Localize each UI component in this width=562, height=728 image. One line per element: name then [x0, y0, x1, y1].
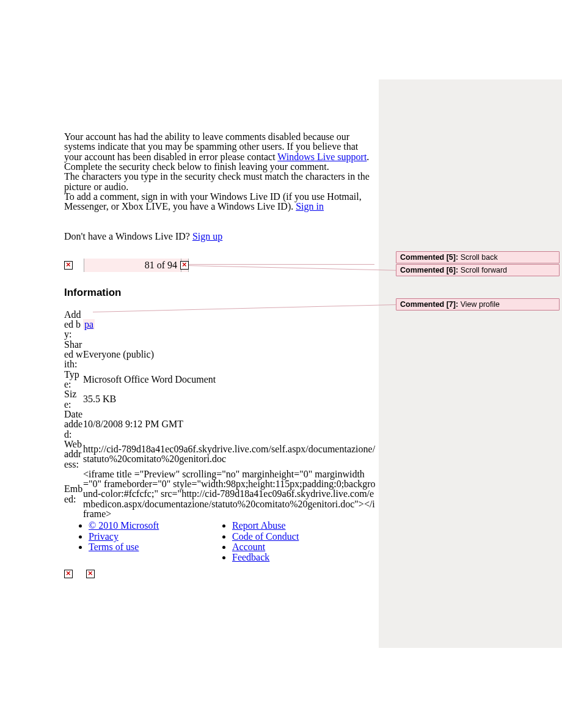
- size-value: 35.5 KB: [83, 389, 376, 410]
- comment-bubble-7[interactable]: Commented [7]: View profile: [396, 298, 560, 311]
- footer-account-link[interactable]: Account: [232, 542, 265, 552]
- comment-sidebar: [379, 79, 562, 648]
- footer-links: © 2010 Microsoft Privacy Terms of use Re…: [64, 520, 376, 562]
- shared-with-value: Everyone (public): [83, 340, 376, 370]
- scroll-back-icon[interactable]: [64, 261, 73, 270]
- type-value: Microsoft Office Word Document: [83, 370, 376, 390]
- footer-terms-link[interactable]: Terms of use: [89, 542, 139, 552]
- footer-feedback-link[interactable]: Feedback: [232, 552, 269, 562]
- pager-counter-box: 81 of 94: [84, 259, 181, 272]
- comment-bubble-5[interactable]: Commented [5]: Scroll back: [396, 251, 560, 263]
- embed-value: <iframe title ="Preview" scrolling="no" …: [83, 469, 376, 520]
- date-added-label: Date added:: [64, 410, 83, 439]
- notice-complete-check: Complete the security check below to fin…: [64, 162, 376, 172]
- footer-conduct-link[interactable]: Code of Conduct: [232, 531, 299, 542]
- comment-label: Commented [6]:: [400, 266, 458, 274]
- footer-copyright-link[interactable]: © 2010 Microsoft: [89, 520, 159, 531]
- info-table: Added by: pa Shared with: Everyone (publ…: [64, 310, 376, 520]
- comment-text: Scroll forward: [458, 266, 507, 274]
- signup-link[interactable]: Sign up: [192, 231, 222, 241]
- added-by-label: Added by:: [64, 310, 83, 340]
- comment-label: Commented [7]:: [400, 300, 458, 309]
- information-heading: Information: [64, 287, 376, 299]
- web-address-label: Web address:: [64, 439, 83, 469]
- notice-paragraph: Your account has had the ability to leav…: [64, 132, 376, 162]
- notice-signup: Don't have a Windows Live ID? Sign up: [64, 232, 376, 241]
- scroll-forward-icon[interactable]: [180, 261, 189, 270]
- web-address-value: http://cid-789d18a41ec09a6f.skydrive.liv…: [83, 439, 376, 469]
- added-by-link[interactable]: pa: [83, 319, 95, 329]
- footer-icons: [64, 570, 376, 581]
- size-label: Size:: [64, 389, 83, 410]
- broken-image-icon: [64, 570, 73, 578]
- type-label: Type:: [64, 370, 83, 390]
- pager-row: 81 of 94: [64, 259, 376, 272]
- pager-label: 81 of 94: [145, 260, 177, 271]
- shared-with-label: Shared with:: [64, 340, 83, 370]
- footer-report-link[interactable]: Report Abuse: [232, 520, 286, 531]
- signin-link[interactable]: Sign in: [296, 201, 324, 211]
- broken-image-icon: [86, 570, 95, 578]
- notice-char-match: The characters you type in the security …: [64, 172, 376, 192]
- embed-label: Embed:: [64, 469, 83, 520]
- support-link[interactable]: Windows Live support: [277, 152, 367, 162]
- comment-text: View profile: [458, 300, 500, 309]
- notice-signin: To add a comment, sign in with your Wind…: [64, 192, 376, 212]
- footer-privacy-link[interactable]: Privacy: [89, 531, 119, 542]
- comment-bubble-6[interactable]: Commented [6]: Scroll forward: [396, 264, 560, 276]
- date-added-value: 10/8/2008 9:12 PM GMT: [83, 410, 376, 439]
- comment-label: Commented [5]:: [400, 253, 458, 262]
- document-body: Your account has had the ability to leav…: [64, 132, 376, 581]
- comment-text: Scroll back: [458, 253, 498, 262]
